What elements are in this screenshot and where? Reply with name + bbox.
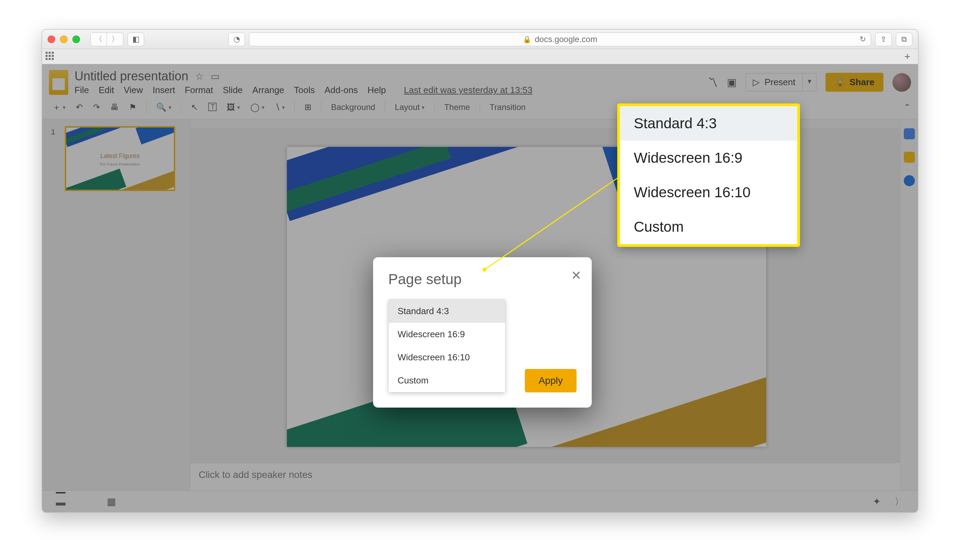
callout-option-widescreen-16-9: Widescreen 16:9 — [620, 141, 797, 175]
svg-line-0 — [485, 176, 621, 270]
callout-pointer-line — [0, 0, 960, 560]
svg-point-1 — [482, 267, 486, 272]
callout-option-custom: Custom — [620, 210, 797, 244]
callout-option-widescreen-16-10: Widescreen 16:10 — [620, 175, 797, 210]
callout-zoom: Standard 4:3 Widescreen 16:9 Widescreen … — [617, 104, 800, 247]
callout-option-standard-4-3: Standard 4:3 — [620, 106, 797, 141]
